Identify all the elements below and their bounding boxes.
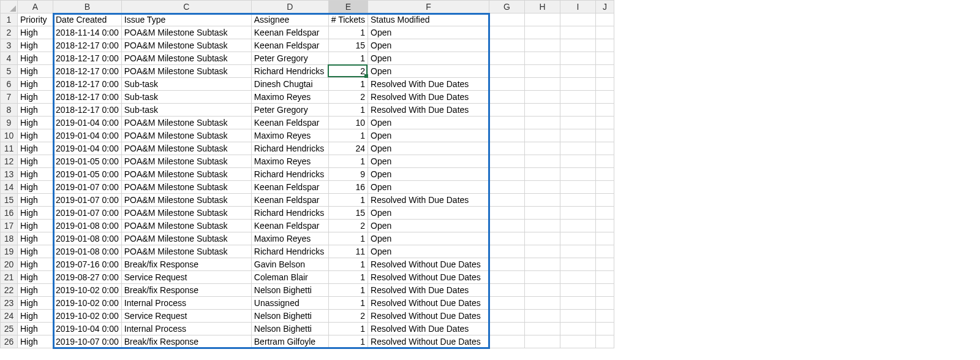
- cell-issue-type[interactable]: POA&M Milestone Subtask: [121, 117, 251, 129]
- cell-date[interactable]: 2019-10-02 0:00: [53, 297, 122, 310]
- cell-assignee[interactable]: Richard Hendricks: [251, 245, 328, 258]
- col-header-A[interactable]: A: [18, 1, 53, 13]
- cell-issue-type[interactable]: POA&M Milestone Subtask: [121, 194, 251, 207]
- cell-date[interactable]: 2018-12-17 0:00: [53, 104, 122, 117]
- cell-date[interactable]: 2019-01-04 0:00: [53, 129, 122, 142]
- cell-priority[interactable]: High: [18, 142, 53, 155]
- row-header[interactable]: 21: [1, 271, 18, 284]
- cell-status[interactable]: Resolved Without Due Dates: [368, 271, 489, 284]
- cell-tickets[interactable]: 1: [328, 232, 368, 245]
- row-header[interactable]: 12: [1, 155, 18, 168]
- cell[interactable]: [560, 91, 596, 104]
- cell[interactable]: [489, 335, 525, 348]
- cell[interactable]: [489, 13, 525, 26]
- cell-date[interactable]: 2019-10-04 0:00: [53, 323, 122, 335]
- row-header[interactable]: 6: [1, 78, 18, 91]
- cell[interactable]: [525, 26, 560, 39]
- cell-priority[interactable]: High: [18, 271, 53, 284]
- cell[interactable]: [525, 297, 560, 310]
- cell-assignee[interactable]: Peter Gregory: [251, 104, 328, 117]
- cell-date[interactable]: 2019-01-04 0:00: [53, 142, 122, 155]
- cell[interactable]: [489, 91, 525, 104]
- cell-assignee[interactable]: Keenan Feldspar: [251, 220, 328, 232]
- cell[interactable]: [560, 142, 596, 155]
- cell-status[interactable]: Open: [368, 52, 489, 65]
- cell-date[interactable]: 2019-08-27 0:00: [53, 271, 122, 284]
- cell-status[interactable]: Open: [368, 155, 489, 168]
- cell-tickets[interactable]: 15: [328, 207, 368, 220]
- cell-assignee[interactable]: Dinesh Chugtai: [251, 78, 328, 91]
- cell-priority[interactable]: High: [18, 297, 53, 310]
- cell[interactable]: [560, 297, 596, 310]
- cell-status[interactable]: Resolved With Due Dates: [368, 323, 489, 335]
- cell[interactable]: [489, 52, 525, 65]
- cell[interactable]: [525, 232, 560, 245]
- row-header[interactable]: 18: [1, 232, 18, 245]
- cell-issue-type[interactable]: Break/fix Response: [121, 258, 251, 271]
- cell-tickets[interactable]: 2: [328, 310, 368, 323]
- cell-tickets[interactable]: 9: [328, 168, 368, 181]
- cell[interactable]: [525, 91, 560, 104]
- cell[interactable]: [560, 310, 596, 323]
- cell-date[interactable]: 2019-01-05 0:00: [53, 155, 122, 168]
- col-header-B[interactable]: B: [53, 1, 122, 13]
- cell-issue-type[interactable]: POA&M Milestone Subtask: [121, 207, 251, 220]
- cell[interactable]: [525, 142, 560, 155]
- cell-assignee[interactable]: Richard Hendricks: [251, 168, 328, 181]
- cell[interactable]: [525, 78, 560, 91]
- cell-priority[interactable]: High: [18, 258, 53, 271]
- row-header[interactable]: 11: [1, 142, 18, 155]
- cell[interactable]: [560, 181, 596, 194]
- cell-tickets[interactable]: 11: [328, 245, 368, 258]
- row-header[interactable]: 26: [1, 335, 18, 348]
- cell[interactable]: [560, 65, 596, 78]
- cell-date[interactable]: 2019-01-05 0:00: [53, 168, 122, 181]
- cell-issue-type[interactable]: POA&M Milestone Subtask: [121, 52, 251, 65]
- col-header-D[interactable]: D: [251, 1, 328, 13]
- cell-tickets[interactable]: 1: [328, 194, 368, 207]
- cell-priority[interactable]: High: [18, 65, 53, 78]
- cell[interactable]: [560, 78, 596, 91]
- cell-tickets[interactable]: 1: [328, 104, 368, 117]
- cell[interactable]: [560, 220, 596, 232]
- row-header[interactable]: 5: [1, 65, 18, 78]
- row-header[interactable]: 7: [1, 91, 18, 104]
- cell[interactable]: [489, 220, 525, 232]
- cell-date[interactable]: 2019-01-04 0:00: [53, 117, 122, 129]
- cell[interactable]: [560, 258, 596, 271]
- cell-status[interactable]: Open: [368, 181, 489, 194]
- cell-priority[interactable]: High: [18, 168, 53, 181]
- cell-assignee[interactable]: Coleman Blair: [251, 271, 328, 284]
- cell[interactable]: [560, 26, 596, 39]
- cell[interactable]: [596, 335, 614, 348]
- cell-assignee[interactable]: Unassigned: [251, 297, 328, 310]
- spreadsheet[interactable]: A B C D E F G H I J 1PriorityDate Create…: [0, 0, 614, 348]
- cell[interactable]: [560, 207, 596, 220]
- cell-assignee[interactable]: Peter Gregory: [251, 52, 328, 65]
- col-header-G[interactable]: G: [489, 1, 525, 13]
- cell[interactable]: [525, 284, 560, 297]
- cell[interactable]: [525, 52, 560, 65]
- cell[interactable]: [560, 52, 596, 65]
- cell[interactable]: [596, 13, 614, 26]
- cell-status[interactable]: Open: [368, 142, 489, 155]
- cell[interactable]: [596, 78, 614, 91]
- cell-tickets-header[interactable]: # Tickets: [328, 13, 368, 26]
- row-header[interactable]: 16: [1, 207, 18, 220]
- cell[interactable]: [525, 65, 560, 78]
- cell[interactable]: [489, 271, 525, 284]
- cell[interactable]: [489, 181, 525, 194]
- cell-assignee[interactable]: Keenan Feldspar: [251, 39, 328, 52]
- cell-issue-type[interactable]: Service Request: [121, 271, 251, 284]
- cell-tickets[interactable]: 1: [328, 26, 368, 39]
- cell[interactable]: [525, 271, 560, 284]
- cell-issue-type[interactable]: POA&M Milestone Subtask: [121, 245, 251, 258]
- cell-tickets[interactable]: 16: [328, 181, 368, 194]
- cell[interactable]: [525, 335, 560, 348]
- cell[interactable]: [560, 271, 596, 284]
- cell[interactable]: [596, 297, 614, 310]
- cell-assignee[interactable]: Maximo Reyes: [251, 129, 328, 142]
- cell[interactable]: [596, 323, 614, 335]
- cell[interactable]: [525, 207, 560, 220]
- cell-tickets[interactable]: 1: [328, 258, 368, 271]
